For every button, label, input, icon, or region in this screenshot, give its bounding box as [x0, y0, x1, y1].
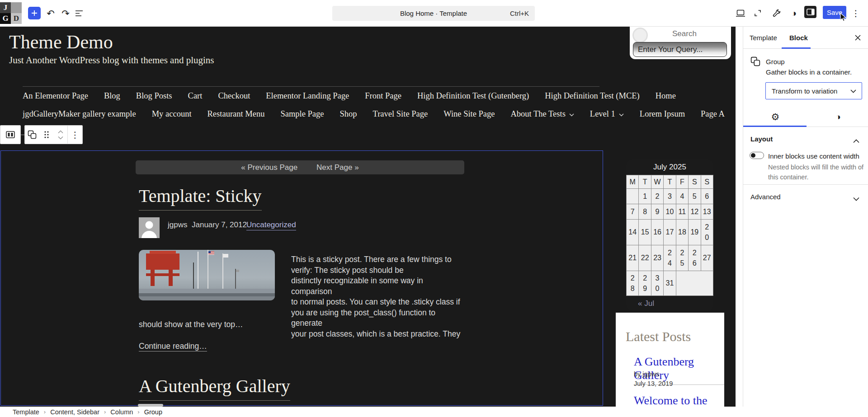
- nav-link[interactable]: Checkout: [218, 90, 250, 102]
- nav-link-with-submenu[interactable]: About The Tests: [511, 108, 574, 120]
- block-inserter-button[interactable]: [28, 7, 41, 19]
- calendar-day[interactable]: 6: [701, 189, 713, 204]
- select-value: Transform to variation: [772, 87, 837, 95]
- calendar-day[interactable]: 1: [639, 189, 651, 204]
- options-menu-button[interactable]: ⋮: [850, 8, 861, 19]
- group-block-type-button[interactable]: [25, 125, 39, 144]
- nav-link[interactable]: Blog: [104, 90, 120, 102]
- calendar-day[interactable]: 5: [689, 189, 701, 204]
- tab-styles[interactable]: ◑: [832, 111, 844, 123]
- tab-template[interactable]: Template: [750, 34, 777, 42]
- calendar-day[interactable]: 3: [664, 189, 676, 204]
- calendar-day[interactable]: 31: [664, 271, 676, 296]
- latest-post-link[interactable]: Welcome to the: [634, 394, 708, 407]
- nav-link[interactable]: jgdGalleryMaker gallery example: [23, 108, 136, 120]
- drag-handle[interactable]: [39, 125, 54, 144]
- block-mover[interactable]: [54, 125, 67, 144]
- search-icon: [632, 28, 648, 43]
- styles-button[interactable]: ◑: [788, 8, 799, 19]
- previous-page-link[interactable]: « Previous Page: [241, 163, 297, 172]
- undo-button[interactable]: ↶: [45, 8, 56, 19]
- calendar-day[interactable]: 10: [664, 204, 676, 220]
- nav-link-with-submenu[interactable]: Level 1: [590, 108, 624, 120]
- block-options-button[interactable]: ⋮: [68, 125, 82, 144]
- nav-link[interactable]: Elementor Landing Page: [266, 90, 349, 102]
- save-button[interactable]: Save: [823, 6, 846, 19]
- nav-link[interactable]: Page A: [701, 108, 725, 120]
- calendar-day[interactable]: 12: [689, 204, 701, 220]
- calendar-day[interactable]: 4: [676, 189, 688, 204]
- nav-link[interactable]: My account: [152, 108, 192, 120]
- calendar-day[interactable]: 19: [689, 220, 701, 245]
- collapse-layout-button[interactable]: [853, 137, 859, 145]
- post-category-link[interactable]: Uncategorized: [246, 220, 296, 230]
- nav-link[interactable]: Travel Site Page: [373, 108, 428, 120]
- calendar-day[interactable]: 14: [627, 220, 639, 245]
- calendar-day[interactable]: 18: [676, 220, 688, 245]
- site-icon[interactable]: J G D: [0, 2, 22, 24]
- expand-advanced-button[interactable]: [853, 195, 859, 203]
- calendar-day[interactable]: 3 0: [651, 271, 663, 296]
- nav-link[interactable]: Home: [656, 90, 676, 102]
- search-input[interactable]: [633, 42, 727, 57]
- nav-link[interactable]: High Definition Test (Gutenberg): [417, 90, 529, 102]
- nav-link[interactable]: Sample Page: [280, 108, 324, 120]
- nav-link[interactable]: Restaurant Menu: [208, 108, 265, 120]
- tools-button[interactable]: [771, 8, 782, 19]
- content-width-toggle[interactable]: [750, 152, 764, 159]
- transform-to-variation-select[interactable]: Transform to variation: [765, 82, 862, 99]
- calendar-day[interactable]: 9: [651, 204, 663, 220]
- calendar-day[interactable]: 15: [639, 220, 651, 245]
- calendar-day[interactable]: 11: [676, 204, 688, 220]
- breadcrumb-template[interactable]: Template: [13, 408, 39, 416]
- settings-sidebar-toggle[interactable]: [804, 6, 816, 18]
- calendar-day[interactable]: 2 6: [689, 245, 701, 271]
- nav-link[interactable]: Cart: [188, 90, 203, 102]
- previous-month-link[interactable]: « Jul: [638, 299, 654, 308]
- select-parent-column-button[interactable]: [0, 125, 21, 144]
- calendar-day[interactable]: 13: [701, 204, 713, 220]
- close-panel-button[interactable]: [854, 34, 861, 43]
- calendar-day[interactable]: 22: [639, 245, 651, 271]
- post-author[interactable]: jgpws: [168, 220, 187, 230]
- nav-link[interactable]: Shop: [340, 108, 357, 120]
- next-page-link[interactable]: Next Page »: [316, 163, 359, 172]
- calendar-day[interactable]: 16: [651, 220, 663, 245]
- layout-section-heading[interactable]: Layout: [750, 135, 773, 143]
- calendar-day[interactable]: 2 5: [676, 245, 688, 271]
- tower-cap: [150, 251, 176, 254]
- calendar-day[interactable]: 2: [651, 189, 663, 204]
- calendar-day[interactable]: 8: [639, 204, 651, 220]
- calendar-day[interactable]: 2 9: [639, 271, 651, 296]
- view-button[interactable]: [735, 8, 746, 19]
- site-title[interactable]: Theme Demo: [9, 31, 113, 53]
- nav-link[interactable]: An Elementor Page: [23, 90, 88, 102]
- nav-link[interactable]: Blog Posts: [136, 90, 172, 102]
- calendar-day[interactable]: 27: [701, 245, 713, 271]
- tab-settings[interactable]: ⚙: [769, 111, 782, 123]
- nav-link[interactable]: Lorem Ipsum: [640, 108, 685, 120]
- document-title-button[interactable]: Blog Home · Template Ctrl+K: [332, 6, 535, 21]
- calendar-day[interactable]: 2 8: [627, 271, 639, 296]
- nav-link[interactable]: High Definition Test (MCE): [545, 90, 640, 102]
- breadcrumb-content-sidebar[interactable]: Content, Sidebar: [50, 408, 99, 416]
- list-view-button[interactable]: [74, 8, 85, 19]
- post-title[interactable]: Template: Sticky: [139, 185, 262, 211]
- nav-link[interactable]: Wine Site Page: [443, 108, 495, 120]
- calendar-day[interactable]: 2 0: [701, 220, 713, 245]
- advanced-section-heading[interactable]: Advanced: [750, 193, 781, 201]
- zoom-out-button[interactable]: [752, 8, 763, 19]
- tab-block[interactable]: Block: [789, 34, 808, 42]
- redo-button[interactable]: ↷: [60, 8, 71, 19]
- content-width-toggle-label[interactable]: Inner blocks use content width: [768, 152, 859, 160]
- calendar-day[interactable]: 17: [664, 220, 676, 245]
- post-featured-image: [139, 250, 275, 300]
- calendar-day[interactable]: 2 4: [664, 245, 676, 271]
- calendar-day[interactable]: 7: [627, 204, 639, 220]
- continue-reading-link[interactable]: Continue reading…: [139, 342, 207, 351]
- nav-link[interactable]: Front Page: [365, 90, 401, 102]
- second-post-title[interactable]: A Gutenberg Gallery: [139, 375, 290, 401]
- calendar-day[interactable]: 23: [651, 245, 663, 271]
- breadcrumb-column[interactable]: Column: [110, 408, 133, 416]
- calendar-day[interactable]: 21: [627, 245, 639, 271]
